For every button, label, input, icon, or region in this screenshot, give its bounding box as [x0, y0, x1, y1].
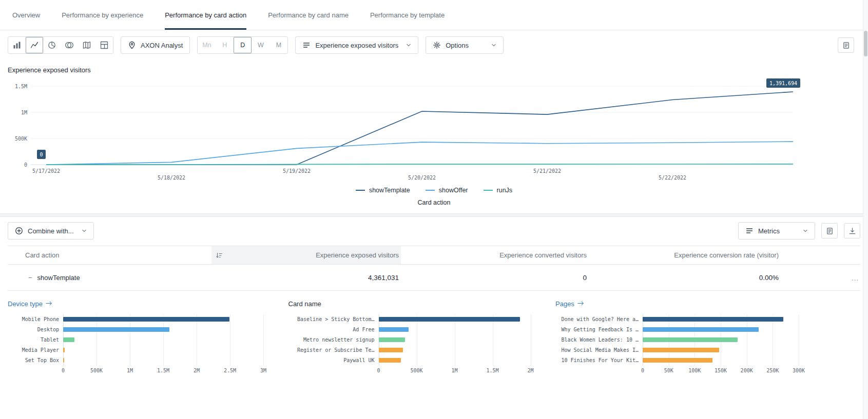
- legend-label: showOffer: [439, 187, 468, 194]
- column-header-experience-exposed-visitors[interactable]: Experience exposed visitors: [211, 246, 401, 264]
- report-button[interactable]: [838, 37, 854, 53]
- bar-label: Mobile Phone: [8, 314, 63, 325]
- line-chart[interactable]: 0500K1M1.5M5/17/20225/18/20225/19/20225/…: [8, 77, 868, 185]
- bar[interactable]: [379, 358, 401, 363]
- treemap-button[interactable]: [95, 37, 113, 53]
- legend-item-showOffer[interactable]: showOffer: [426, 187, 468, 194]
- bar-row: Metro newsletter signup: [288, 335, 535, 345]
- series-showTemplate: [46, 92, 793, 165]
- plus-circle-icon: [15, 227, 23, 235]
- bar-chart-icon: [13, 41, 21, 49]
- copy-table-button[interactable]: [821, 223, 838, 238]
- granularity-w[interactable]: W: [252, 37, 269, 53]
- map-icon: [83, 41, 91, 49]
- bar[interactable]: [63, 327, 169, 332]
- bar[interactable]: [643, 327, 759, 332]
- granularity-d[interactable]: D: [234, 37, 252, 53]
- metric-dropdown[interactable]: Experience exposed visitors: [295, 36, 418, 54]
- row-menu-button[interactable]: …: [781, 273, 860, 282]
- value-badge-start: 0: [37, 150, 46, 159]
- scrollbar-thumb[interactable]: [864, 31, 867, 56]
- legend-label: runJs: [497, 187, 513, 194]
- bar-track: [63, 355, 263, 366]
- pages-link[interactable]: Pages: [555, 300, 799, 308]
- bar-row: Register or Subscribe Te…: [288, 345, 535, 355]
- x-tick-label: 1.5M: [486, 368, 498, 373]
- bar[interactable]: [379, 327, 409, 332]
- tab-bar: OverviewPerformance by experiencePerform…: [0, 0, 868, 30]
- x-tick-label: 5/18/2022: [158, 175, 185, 181]
- svg-text:1,391,694: 1,391,694: [769, 81, 797, 86]
- row-collapse-toggle[interactable]: −: [28, 274, 32, 282]
- bar[interactable]: [63, 317, 229, 322]
- tab-overview[interactable]: Overview: [12, 0, 40, 30]
- x-tick-label: 2M: [194, 368, 200, 373]
- bar-row: Mobile Phone: [8, 314, 267, 325]
- bar-label: Baseline > Sticky Bottom…: [288, 314, 379, 325]
- bar-label: Tablet: [8, 335, 63, 345]
- tab-performance-by-card-action[interactable]: Performance by card action: [165, 0, 246, 30]
- bar[interactable]: [643, 317, 783, 322]
- map-button[interactable]: [78, 37, 95, 53]
- bar-label: How Social Media Makes I…: [555, 345, 643, 355]
- granularity-h[interactable]: H: [216, 37, 234, 53]
- combine-with-button[interactable]: Combine with...: [8, 222, 94, 240]
- report-icon: [826, 227, 834, 235]
- bar-track: [379, 314, 531, 325]
- metrics-dropdown[interactable]: Metrics: [738, 222, 815, 240]
- x-tick-label: 5/17/2022: [32, 168, 60, 174]
- pie-chart-button[interactable]: [43, 37, 61, 53]
- column-header-label: Experience converted visitors: [499, 251, 587, 259]
- tab-performance-by-card-name[interactable]: Performance by card name: [268, 0, 349, 30]
- bar[interactable]: [379, 337, 406, 342]
- x-tick-label: 5/21/2022: [533, 168, 561, 174]
- granularity-mn[interactable]: Mn: [198, 37, 216, 53]
- bar-label: Why Getting Feedback Is …: [555, 325, 643, 335]
- line-chart-icon: [30, 41, 38, 49]
- column-header-experience-conversion-rate-visitor[interactable]: Experience conversion rate (visitor): [589, 246, 781, 264]
- device-type-link[interactable]: Device type: [8, 300, 267, 308]
- x-tick-label: 500K: [90, 368, 103, 373]
- conversion-rate-cell: 0.00%: [589, 274, 781, 282]
- download-button[interactable]: [844, 223, 860, 238]
- venn-diagram-button[interactable]: [61, 37, 78, 53]
- bar-chart-button[interactable]: [8, 37, 26, 53]
- column-header-label: Card action: [25, 251, 59, 259]
- y-tick-label: 1.5M: [15, 84, 27, 89]
- sort-desc-icon[interactable]: [216, 252, 223, 259]
- bar[interactable]: [643, 348, 719, 352]
- results-table: Card actionExperience exposed visitorsEx…: [8, 246, 860, 291]
- bar[interactable]: [379, 317, 520, 322]
- chart-type-selector: [8, 36, 113, 54]
- x-tick-label: 200K: [741, 368, 753, 373]
- bar-label: Register or Subscribe Te…: [288, 345, 379, 355]
- bar[interactable]: [63, 337, 74, 342]
- tab-performance-by-template[interactable]: Performance by template: [370, 0, 445, 30]
- bar-row: Done with Google? Here a…: [555, 314, 799, 325]
- bar-label: Metro newsletter signup: [288, 335, 379, 345]
- bar-label: Ad Free: [288, 325, 379, 335]
- x-tick-label: 1.5M: [157, 368, 169, 373]
- vertical-scrollbar[interactable]: [863, 0, 868, 419]
- x-tick-label: 0: [62, 368, 65, 373]
- bar-row: 10 Finishes For Your Kit…: [555, 355, 799, 366]
- legend-item-runJs[interactable]: runJs: [484, 187, 513, 194]
- arrow-right-icon: [46, 301, 52, 306]
- options-dropdown[interactable]: Options: [426, 36, 504, 54]
- list-icon: [745, 227, 754, 235]
- bar[interactable]: [379, 348, 403, 352]
- table-header-row: Card actionExperience exposed visitorsEx…: [8, 246, 860, 265]
- column-header-card-action[interactable]: Card action: [8, 246, 211, 264]
- legend-item-showTemplate[interactable]: showTemplate: [356, 187, 410, 194]
- line-chart-button[interactable]: [26, 37, 43, 53]
- list-icon: [302, 41, 311, 49]
- tab-performance-by-experience[interactable]: Performance by experience: [62, 0, 143, 30]
- bar[interactable]: [643, 337, 738, 342]
- table-row[interactable]: −showTemplate4,361,03100.00%…: [8, 265, 860, 291]
- column-header-experience-converted-visitors[interactable]: Experience converted visitors: [401, 246, 589, 264]
- granularity-m[interactable]: M: [269, 37, 287, 53]
- bar[interactable]: [63, 348, 65, 352]
- bar[interactable]: [63, 358, 64, 363]
- bar[interactable]: [643, 358, 712, 363]
- axon-analyst-button[interactable]: AXON Analyst: [121, 36, 190, 54]
